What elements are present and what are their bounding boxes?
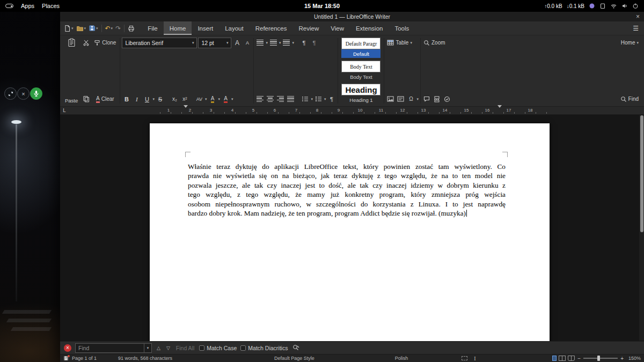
chevron-down-icon[interactable]: ▾ xyxy=(71,26,74,31)
tab-tools[interactable]: Tools xyxy=(389,21,415,35)
undo-button[interactable]: ↶▾ xyxy=(104,24,114,33)
document-line[interactable]: prawda nie wyświetla się on na bieżąco, … xyxy=(188,171,506,180)
chevron-down-icon[interactable]: ▾ xyxy=(226,41,229,45)
line-spacing-button[interactable] xyxy=(255,38,265,48)
paragraph-space-increase-button[interactable] xyxy=(269,38,278,48)
redo-button[interactable]: ↷ xyxy=(114,24,122,33)
tab-layout[interactable]: Layout xyxy=(219,21,250,35)
apps-menu[interactable]: Apps xyxy=(21,3,34,9)
character-spacing-button[interactable]: AV xyxy=(195,94,204,104)
microphone-button[interactable] xyxy=(30,87,42,100)
save-button[interactable]: ▾ xyxy=(87,24,99,33)
chevron-down-icon[interactable]: ▾ xyxy=(192,41,194,45)
underline-button[interactable]: U xyxy=(142,94,151,104)
chevron-down-icon[interactable]: ▾ xyxy=(266,41,268,45)
chevron-down-icon[interactable]: ▾ xyxy=(416,97,419,101)
chevron-down-icon[interactable]: ▾ xyxy=(218,97,220,101)
chevron-down-icon[interactable]: ▾ xyxy=(84,26,86,31)
align-right-button[interactable] xyxy=(276,94,285,104)
superscript-button[interactable]: x² xyxy=(180,94,189,104)
formatting-marks-button[interactable]: ¶ xyxy=(299,38,309,48)
italic-button[interactable]: I xyxy=(132,94,141,104)
style-heading-1[interactable]: Heading Heading 1 xyxy=(341,84,380,104)
chevron-down-icon[interactable]: ▾ xyxy=(292,41,294,45)
insert-image-button[interactable] xyxy=(386,94,395,104)
tab-file[interactable]: File xyxy=(142,21,164,35)
insert-textbox-button[interactable] xyxy=(396,94,405,104)
justify-button[interactable] xyxy=(286,94,295,104)
book-view-button[interactable] xyxy=(568,356,575,361)
zoom-level-status[interactable]: 150% xyxy=(628,356,641,361)
find-previous-button[interactable]: △ xyxy=(156,344,162,352)
document-line[interactable]: tego względu, z tego względu, że mamy ju… xyxy=(188,190,506,199)
numbered-list-button[interactable] xyxy=(314,94,323,104)
bold-button[interactable]: B xyxy=(122,94,131,104)
font-size-combobox[interactable]: 12 pt ▾ xyxy=(198,38,231,48)
style-default[interactable]: Default Paragr Default xyxy=(341,38,380,58)
align-center-button[interactable] xyxy=(266,94,275,104)
home-menu-button[interactable]: Home ▾ xyxy=(620,38,640,48)
chevron-down-icon[interactable]: ▾ xyxy=(311,97,313,101)
font-name-combobox[interactable]: Liberation Serif ▾ xyxy=(122,38,197,48)
checkbox-box[interactable] xyxy=(199,345,204,351)
clipboard-icon[interactable] xyxy=(599,3,606,9)
find-toolbar-button[interactable]: Find xyxy=(619,94,640,104)
activities-indicator[interactable] xyxy=(5,4,13,8)
highlight-color-button[interactable]: A xyxy=(208,94,217,104)
find-all-button[interactable]: Find All xyxy=(176,345,194,351)
shrink-font-button[interactable]: A xyxy=(243,38,252,48)
places-menu[interactable]: Places xyxy=(42,3,60,9)
new-document-button[interactable]: ▾ xyxy=(63,24,75,33)
checkbox-box[interactable] xyxy=(240,345,246,351)
chevron-down-icon[interactable]: ▾ xyxy=(205,97,207,101)
match-diacritics-checkbox[interactable]: Match Diacritics xyxy=(240,345,288,351)
zoom-in-button[interactable]: + xyxy=(620,356,624,361)
language-status[interactable]: Polish xyxy=(395,356,408,361)
zoom-slider-thumb[interactable] xyxy=(597,356,600,361)
tab-insert[interactable]: Insert xyxy=(192,21,219,35)
scrollbar-thumb[interactable] xyxy=(640,115,643,232)
chevron-down-icon[interactable]: ▾ xyxy=(410,41,412,45)
grow-font-button[interactable]: A xyxy=(232,38,241,48)
chevron-down-icon[interactable]: ▾ xyxy=(96,26,98,31)
paste-button[interactable]: Paste xyxy=(63,38,79,104)
multi-page-view-button[interactable] xyxy=(559,356,566,361)
clone-formatting-button[interactable]: Clone xyxy=(93,38,117,48)
power-icon[interactable] xyxy=(632,3,639,9)
cut-button[interactable] xyxy=(82,38,91,48)
zoom-button[interactable]: Zoom xyxy=(422,38,447,48)
resize-dictation-button[interactable] xyxy=(4,87,17,100)
bullet-list-button[interactable] xyxy=(301,94,310,104)
word-count-status[interactable]: 91 words, 568 characters xyxy=(118,356,172,361)
insert-mode-icon[interactable]: I xyxy=(474,356,475,361)
direction-ltr-button[interactable]: ¶ xyxy=(310,38,319,48)
document-line[interactable]: Właśnie teraz dyktuję do aplikacji Libre… xyxy=(188,162,506,171)
track-changes-button[interactable] xyxy=(443,94,452,104)
chevron-down-icon[interactable]: ▾ xyxy=(144,343,152,353)
window-close-button[interactable]: × xyxy=(636,12,640,21)
find-and-replace-button[interactable] xyxy=(291,343,301,353)
tab-review[interactable]: Review xyxy=(293,21,325,35)
zoom-slider[interactable] xyxy=(583,358,618,359)
clock[interactable]: 15 Mar 18:50 xyxy=(304,3,340,9)
hamburger-menu-icon[interactable]: ☰ xyxy=(633,25,639,32)
page[interactable]: Właśnie teraz dyktuję do aplikacji Libre… xyxy=(150,123,550,341)
strikethrough-button[interactable]: S xyxy=(156,94,165,104)
tab-extension[interactable]: Extension xyxy=(350,21,389,35)
chevron-down-icon[interactable]: ▾ xyxy=(279,41,281,45)
document-canvas[interactable]: Właśnie teraz dyktuję do aplikacji Libre… xyxy=(60,115,644,341)
clear-formatting-button[interactable]: AClear xyxy=(93,94,117,104)
close-find-bar-button[interactable]: × xyxy=(64,344,71,352)
insert-comment-button[interactable] xyxy=(422,94,431,104)
chevron-down-icon[interactable]: ▾ xyxy=(231,97,233,101)
document-line[interactable]: bardzo dobry krok. Mam nadzieję, że ten … xyxy=(188,209,506,218)
print-button[interactable] xyxy=(127,24,136,33)
horizontal-ruler[interactable]: L 1 2 3 4 5 6 7 8 9 10 11 12 13 14 15 16… xyxy=(60,107,644,115)
paragraph[interactable]: Właśnie teraz dyktuję do aplikacji Libre… xyxy=(188,162,506,218)
close-dictation-button[interactable]: × xyxy=(17,87,30,100)
style-body-text[interactable]: Body Text Body Text xyxy=(341,61,380,81)
tab-view[interactable]: View xyxy=(325,21,350,35)
tab-home[interactable]: Home xyxy=(164,21,192,35)
document-line[interactable]: osobom niepełnosprawnym ruchowo, w szcze… xyxy=(188,200,506,209)
selection-mode-icon[interactable] xyxy=(462,356,467,360)
